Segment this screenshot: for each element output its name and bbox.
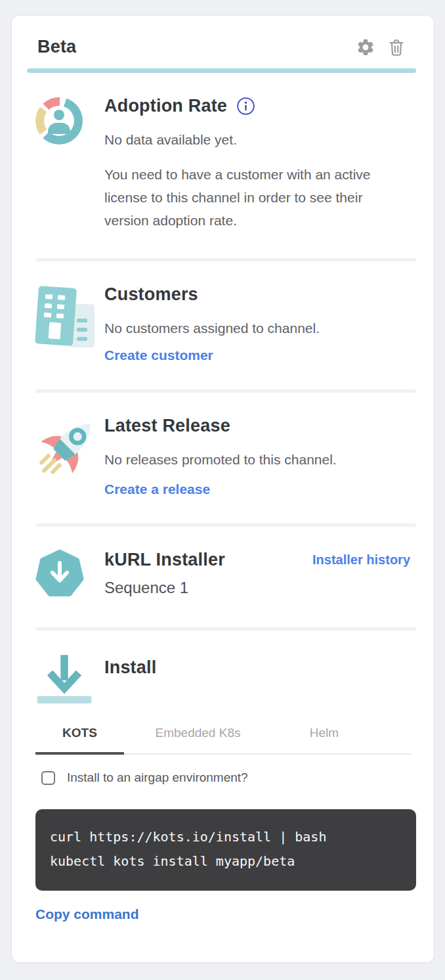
tab-helm[interactable]: Helm <box>272 726 377 755</box>
person-body-shape <box>48 123 70 134</box>
kurl-installer-title: kURL Installer <box>104 550 225 570</box>
latest-release-title: Latest Release <box>104 416 410 436</box>
kurl-heptagon-download-icon <box>35 550 84 598</box>
installer-sequence: Sequence 1 <box>104 579 410 597</box>
rocket-icon <box>35 416 97 478</box>
tab-kots[interactable]: KOTS <box>35 726 124 755</box>
customers-title: Customers <box>104 284 410 305</box>
info-icon[interactable] <box>236 97 255 116</box>
install-section: Install <box>12 631 434 709</box>
airgap-label: Install to an airgap environment? <box>67 770 248 785</box>
command-line-2: kubectl kots install myapp/beta <box>50 849 403 874</box>
delete-trash-icon[interactable] <box>387 37 406 57</box>
copy-command-link[interactable]: Copy command <box>35 906 139 922</box>
buildings-icon <box>35 284 98 347</box>
adoption-donut-chart-icon <box>35 97 83 145</box>
person-head-shape <box>54 110 64 120</box>
channel-card-header: Beta <box>12 16 434 57</box>
airgap-option-row: Install to an airgap environment? <box>41 770 410 785</box>
adoption-empty-title: No data available yet. <box>104 128 410 151</box>
customers-section: Customers No customers assigned to chann… <box>12 261 434 363</box>
command-line-1: curl https://kots.io/install | bash <box>50 825 403 849</box>
settings-gear-icon[interactable] <box>356 37 375 57</box>
kurl-installer-section: kURL Installer Installer history Sequenc… <box>12 527 434 601</box>
channel-accent-bar <box>27 68 416 73</box>
installer-history-link[interactable]: Installer history <box>312 552 410 568</box>
adoption-rate-title: Adoption Rate <box>104 96 227 116</box>
channel-actions <box>356 37 406 57</box>
tab-embedded-k8s[interactable]: Embedded K8s <box>124 726 272 755</box>
download-arrow-icon <box>35 654 93 706</box>
install-title: Install <box>104 657 410 678</box>
create-release-link[interactable]: Create a release <box>104 481 210 497</box>
customers-empty-text: No customers assigned to channel. <box>104 317 410 340</box>
install-command-block: curl https://kots.io/install | bash kube… <box>35 809 416 891</box>
release-empty-text: No releases promoted to this channel. <box>104 448 410 471</box>
adoption-empty-description: You need to have a customer with an acti… <box>104 163 410 232</box>
latest-release-section: Latest Release No releases promoted to t… <box>12 393 434 497</box>
channel-title: Beta <box>37 37 76 57</box>
channel-card: Beta Adoption Ra <box>11 15 434 963</box>
adoption-rate-section: Adoption Rate No data available yet. You… <box>12 73 434 232</box>
install-tabs: KOTS Embedded K8s Helm <box>35 726 412 755</box>
airgap-checkbox[interactable] <box>41 771 55 785</box>
create-customer-link[interactable]: Create customer <box>104 347 213 363</box>
